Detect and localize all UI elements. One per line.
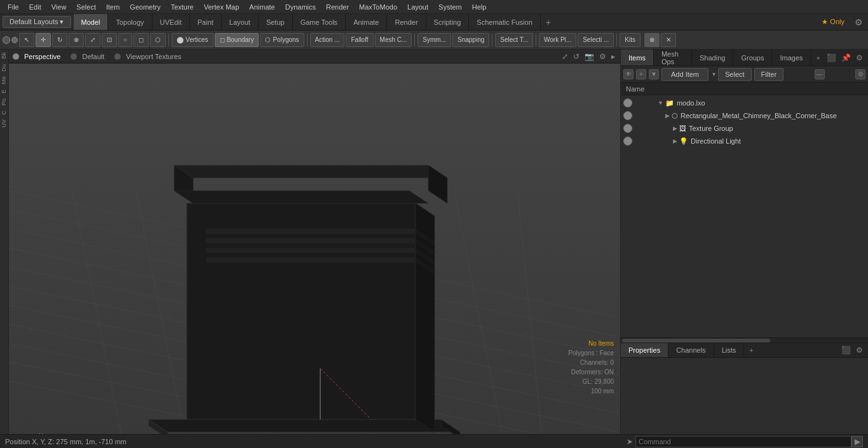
command-input[interactable] [635,436,851,447]
mode-dot-1[interactable] [3,36,10,44]
tool-hex[interactable]: ⬡ [150,33,166,47]
tool-cross[interactable]: ✛ [36,33,51,47]
tab-topology[interactable]: Topology [108,14,152,30]
item-expand-light[interactable]: ▶ [673,138,677,144]
items-eye-icon[interactable]: 👁 [623,69,634,79]
bottom-config-button[interactable]: ⚙ [855,344,864,356]
menu-select[interactable]: Select [71,2,101,12]
tool-transform[interactable]: ⊡ [102,33,117,47]
mode-dot-2[interactable] [11,37,18,43]
add-panel-tab-button[interactable]: + [811,52,825,64]
tab-items[interactable]: Items [621,50,654,65]
tab-model[interactable]: Model [74,14,109,30]
work-pl-button[interactable]: Work Pl... [539,33,576,47]
tab-render[interactable]: Render [387,14,426,30]
sidebar-bk[interactable]: Bk [0,50,8,62]
viewport-refresh-button[interactable]: ↺ [572,52,581,61]
items-add-icon[interactable]: + [636,69,646,79]
menu-maxtomodo[interactable]: MaxToModo [354,2,402,12]
add-bottom-tab-button[interactable]: + [744,344,758,356]
tool-rotate[interactable]: ↻ [52,33,67,47]
tab-images[interactable]: Images [772,50,811,65]
mesh-c-button[interactable]: Mesh C... [375,33,412,47]
panel-expand-button[interactable]: ⬛ [825,52,837,64]
item-eye-3[interactable] [646,98,655,107]
select-items-button[interactable]: Select [718,68,752,81]
command-run-button[interactable]: ▶ [851,436,863,447]
sidebar-poly[interactable]: Po [0,96,8,108]
sidebar-e[interactable]: E [0,87,8,96]
select-t-button[interactable]: Select T... [495,33,533,47]
vertices-button[interactable]: ⬤ Vertices [172,33,214,47]
tab-setup[interactable]: Setup [259,14,293,30]
items-settings-icon[interactable]: ⚙ [855,69,865,79]
item-eye-texture[interactable] [623,124,632,133]
viewport-dot-textures[interactable] [114,53,121,60]
menu-file[interactable]: File [3,2,24,12]
item-eye-2[interactable] [635,98,644,107]
item-eye-light[interactable] [623,137,632,146]
tool-move[interactable]: ⊕ [69,33,84,47]
tab-animate[interactable]: Animate [346,14,387,30]
menu-render[interactable]: Render [321,2,354,12]
panel-config-button[interactable]: ⚙ [855,52,864,64]
menu-geometry[interactable]: Geometry [125,2,165,12]
extra-btn-1[interactable]: ⊕ [644,33,660,47]
item-directional-light[interactable]: ▶ 💡 Directional Light [621,135,868,147]
selecti-button[interactable]: Selecti ... [578,33,614,47]
menu-item[interactable]: Item [101,2,125,12]
item-expand-chimney[interactable]: ▶ [665,112,670,119]
menu-animate[interactable]: Animate [244,2,280,12]
item-texture-group[interactable]: ▶ 🖼 Texture Group [621,122,868,135]
viewport-fit-button[interactable]: ⤢ [560,52,569,61]
sidebar-uv[interactable]: UV [0,117,8,130]
tool-arrow[interactable]: ↖ [19,33,34,47]
sidebar-mesh[interactable]: Me [0,74,8,87]
viewport-camera-button[interactable]: 📷 [583,52,595,61]
tab-groups[interactable]: Groups [733,50,772,65]
item-eye-chimney-3[interactable] [646,111,655,120]
item-eye-light-3[interactable] [646,137,655,146]
bottom-expand-button[interactable]: ⬛ [840,344,852,356]
panel-pin-button[interactable]: 📌 [840,52,852,64]
falloff-button[interactable]: Falloff [346,33,373,47]
add-tab-button[interactable]: + [541,15,556,29]
items-collapse-button[interactable]: — [815,69,825,79]
item-eye-chimney[interactable] [623,111,632,120]
menu-dynamics[interactable]: Dynamics [280,2,321,12]
item-eye-modo[interactable] [623,98,632,107]
extra-btn-2[interactable]: ✕ [661,33,676,47]
tool-circle[interactable]: ○ [118,33,132,47]
tab-uvedit[interactable]: UVEdit [153,14,190,30]
menu-vertex-map[interactable]: Vertex Map [199,2,245,12]
viewport-dot-default[interactable] [71,53,77,60]
sidebar-c[interactable]: C [0,108,8,118]
filter-items-button[interactable]: Filter [754,68,783,81]
viewport-settings-button[interactable]: ⚙ [598,52,607,61]
kits-button[interactable]: Kits [620,33,641,47]
tab-lists[interactable]: Lists [714,343,745,357]
add-item-chevron[interactable]: ▾ [712,71,715,78]
menu-system[interactable]: System [433,2,467,12]
default-layouts-button[interactable]: Default Layouts ▾ [3,16,71,28]
tab-game-tools[interactable]: Game Tools [293,14,346,30]
sidebar-dup[interactable]: Du [0,62,8,74]
item-expand-texture[interactable]: ▶ [673,125,677,132]
tab-scripting[interactable]: Scripting [426,14,470,30]
boundary-button[interactable]: ◻ Boundary [215,33,259,47]
snapping-button[interactable]: Snapping [452,33,489,47]
item-eye-light-2[interactable] [635,137,644,146]
tool-rect[interactable]: ◻ [133,33,149,47]
viewport-dot-perspective[interactable] [13,53,19,60]
items-list[interactable]: ▼ 📁 modo.lxo ▶ ⬡ Rectangular_Metal_Chimn… [621,95,868,337]
item-eye-texture-2[interactable] [635,124,644,133]
menu-layout[interactable]: Layout [402,2,433,12]
tab-mesh-ops[interactable]: Mesh Ops [654,50,692,65]
symm-button[interactable]: Symm... [417,33,451,47]
item-modo-lxo[interactable]: ▼ 📁 modo.lxo [621,97,868,109]
add-item-button[interactable]: Add Item [661,68,709,81]
menu-help[interactable]: Help [467,2,492,12]
star-only-button[interactable]: ★ Only [817,18,850,26]
menu-view[interactable]: View [46,2,72,12]
item-chimney[interactable]: ▶ ⬡ Rectangular_Metal_Chimney_Black_Corn… [621,109,868,122]
